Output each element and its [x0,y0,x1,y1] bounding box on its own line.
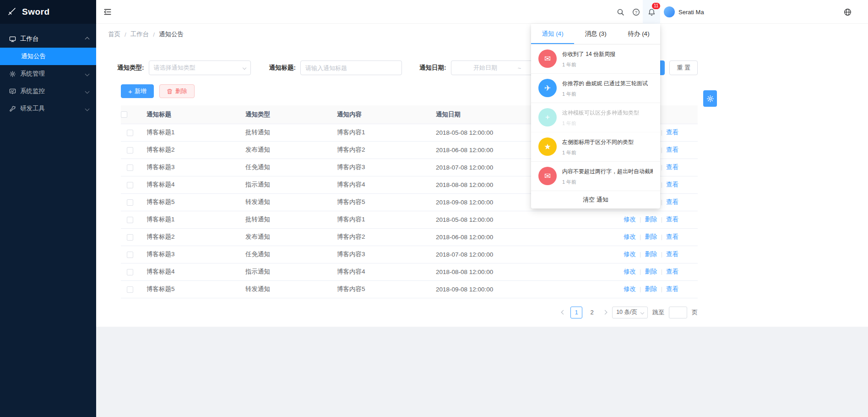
notification-item[interactable]: ✉ 内容不要超过两行字，超出时自动截断 1 年前 [531,162,660,191]
page-background [96,327,868,417]
app-root: Sword 工作台 通知公告 系统管理 系统监控 [0,0,868,417]
edit-link[interactable]: 修改 [624,268,645,275]
page-jump-input[interactable] [669,307,687,318]
notification-item[interactable]: ✈ 你推荐的 曲妮妮 已通过第三轮面试 1 年前 [531,74,660,103]
view-link[interactable]: 查看 [666,198,678,205]
notification-tab[interactable]: 待办 (4) [617,24,660,44]
prev-page-button[interactable] [561,311,566,314]
notification-tab[interactable]: 消息 (3) [574,24,617,44]
help-button[interactable]: ? [627,0,645,24]
cell-content: 博客内容4 [330,176,429,193]
cell-title: 博客标题1 [139,124,238,141]
view-link[interactable]: 查看 [666,129,678,136]
breadcrumb-workbench[interactable]: 工作台 [130,30,149,38]
page-size-select[interactable]: 10 条/页 [612,307,648,318]
delete-link[interactable]: 删除 [645,268,667,275]
row-checkbox[interactable] [127,165,133,171]
reset-button[interactable]: 重 置 [669,60,698,75]
delete-button-label: 删除 [175,87,187,95]
notice-title-label: 通知标题: [269,64,296,72]
edit-link[interactable]: 修改 [624,233,645,240]
question-circle-icon: ? [632,8,640,16]
row-checkbox[interactable] [127,147,133,154]
main-area: ? 11 Serati Ma 首页 / 工作台 / 通知公告 通知类型: [96,0,868,417]
cell-date: 2018-06-08 12:00:00 [429,228,616,246]
sidebar-item-notice[interactable]: 通知公告 [0,48,96,65]
row-checkbox[interactable] [127,182,133,188]
sidebar-item-system[interactable]: 系统管理 [0,65,96,82]
edit-link[interactable]: 修改 [624,251,645,258]
row-checkbox[interactable] [127,234,133,241]
sidebar-item-monitor[interactable]: 系统监控 [0,82,96,100]
view-link[interactable]: 查看 [666,233,678,240]
notification-title: 这种模板可以区分多种通知类型 [562,109,639,117]
view-link[interactable]: 查看 [666,285,678,292]
notification-body: 你收到了 14 份新周报 1 年前 [562,49,615,68]
notice-type-select[interactable]: 请选择通知类型 [149,60,251,75]
sidebar-item-workbench[interactable]: 工作台 [0,30,96,48]
notification-badge: 11 [651,2,661,10]
row-checkbox[interactable] [127,217,133,223]
wrench-icon [9,105,16,112]
theme-settings-button[interactable] [703,90,717,107]
select-all-checkbox[interactable] [121,111,127,118]
notification-type-icon: ✉ [538,49,557,68]
breadcrumb-separator: / [125,31,126,38]
delete-link[interactable]: 删除 [645,285,667,292]
column-header-type: 通知类型 [238,105,330,124]
row-checkbox[interactable] [127,252,133,258]
cell-content: 博客内容2 [330,228,429,246]
cell-title: 博客标题2 [139,141,238,159]
view-link[interactable]: 查看 [666,216,678,223]
row-checkbox[interactable] [127,286,133,293]
notice-title-input[interactable] [300,60,402,75]
edit-link[interactable]: 修改 [624,216,645,223]
cell-content: 博客内容3 [330,159,429,176]
sidebar: Sword 工作台 通知公告 系统管理 系统监控 [0,0,96,417]
page-suffix: 页 [692,308,698,317]
page-number[interactable]: 1 [570,307,582,318]
row-checkbox[interactable] [127,199,133,206]
cell-title: 博客标题4 [139,176,238,193]
cell-title: 博客标题5 [139,280,238,298]
cell-date: 2018-08-08 12:00:00 [429,263,616,280]
notifications-button[interactable]: 11 [643,0,660,24]
view-link[interactable]: 查看 [666,164,678,170]
breadcrumb-home[interactable]: 首页 [108,30,120,38]
next-page-button[interactable] [602,311,608,314]
notice-type-label: 通知类型: [117,64,144,72]
clear-notifications-button[interactable]: 清空 通知 [531,191,660,208]
delete-link[interactable]: 删除 [645,251,667,258]
sidebar-item-devtools[interactable]: 研发工具 [0,100,96,117]
user-menu[interactable]: Serati Ma [664,0,704,24]
notification-item[interactable]: ✉ 你收到了 14 份新周报 1 年前 [531,44,660,74]
notification-title: 左侧图标用于区分不同的类型 [562,138,634,146]
notification-time: 1 年前 [562,91,648,98]
sidebar-collapse-button[interactable] [103,6,115,18]
avatar [664,6,675,17]
language-button[interactable] [844,0,852,24]
view-link[interactable]: 查看 [666,268,678,275]
date-range-separator: ~ [515,65,524,71]
add-button[interactable]: 新增 [121,84,154,98]
cell-actions: 修改删除查看 [616,280,698,298]
page-number[interactable]: 2 [586,307,598,318]
delete-button[interactable]: 删除 [159,84,195,98]
view-link[interactable]: 查看 [666,181,678,188]
chevron-down-icon [85,106,90,111]
cell-type: 指示通知 [238,176,330,193]
row-checkbox[interactable] [127,130,133,136]
view-link[interactable]: 查看 [666,251,678,258]
logo[interactable]: Sword [0,0,96,24]
search-button[interactable] [612,0,629,24]
notification-item[interactable]: ★ 左侧图标用于区分不同的类型 1 年前 [531,132,660,162]
notification-type-icon: ★ [538,137,557,156]
view-link[interactable]: 查看 [666,146,678,153]
row-checkbox[interactable] [127,269,133,275]
notification-item[interactable]: + 这种模板可以区分多种通知类型 1 年前 [531,103,660,132]
delete-link[interactable]: 删除 [645,216,667,223]
delete-link[interactable]: 删除 [645,233,667,240]
edit-link[interactable]: 修改 [624,285,645,292]
notification-tab[interactable]: 通知 (4) [531,24,574,44]
cell-type: 转发通知 [238,193,330,211]
